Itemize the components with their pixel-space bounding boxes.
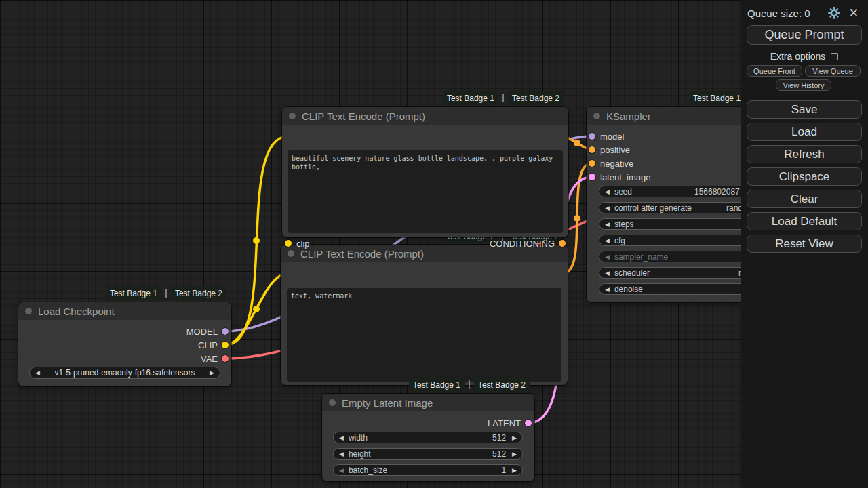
width-widget[interactable]: ◀ width 512 ▶ (333, 432, 523, 443)
load-button[interactable]: Load (747, 123, 862, 141)
control-after-generate-widget[interactable]: ◀ control after generate randomize (599, 202, 764, 214)
wire-dot-cond-2[interactable] (574, 215, 580, 222)
steps-widget[interactable]: ◀ steps (599, 218, 764, 230)
badge-row: Test Badge 1 Test Badge 2 (409, 378, 530, 392)
collapse-dot-icon[interactable] (25, 308, 32, 314)
view-history-button[interactable]: View History (776, 79, 831, 91)
ckpt-name-widget[interactable]: ◀ v1-5-pruned-emaonly-fp16.safetensors ▶ (29, 367, 220, 379)
input-label: clip (296, 238, 310, 249)
arrow-right-icon[interactable]: ▶ (210, 369, 214, 376)
node-title: Empty Latent Image (342, 397, 433, 409)
collapse-dot-icon[interactable] (289, 113, 296, 119)
badge-row: Test Badge 1 (689, 91, 745, 105)
settings-button[interactable] (827, 5, 842, 20)
widget-value: 512 (492, 433, 506, 443)
node-clip-text-encode-positive[interactable]: Test Badge 1 Test Badge 2 CLIP Text Enco… (282, 107, 568, 237)
arrow-left-icon[interactable]: ◀ (605, 188, 610, 195)
node-title: CLIP Text Encode (Prompt) (302, 110, 425, 122)
output-label: MODEL (186, 326, 218, 337)
input-slot-clip[interactable] (285, 240, 292, 247)
output-slot-model[interactable] (222, 328, 229, 335)
arrow-left-icon[interactable]: ◀ (605, 205, 610, 211)
input-slot-latent-image[interactable] (589, 174, 595, 180)
wire-dot-clip-2[interactable] (253, 306, 260, 312)
output-label: LATENT (488, 418, 521, 428)
denoise-widget[interactable]: ◀ denoise (599, 283, 764, 295)
widget-label: denoise (614, 285, 643, 294)
output-label: CONDITIONING (490, 238, 555, 249)
input-slot-model[interactable] (589, 133, 595, 140)
arrow-left-icon[interactable]: ◀ (339, 467, 344, 474)
node-badge: Test Badge 2 (474, 378, 530, 392)
node-badge: Test Badge 2 (171, 286, 226, 300)
input-label: latent_image (600, 171, 650, 182)
output-slot-conditioning[interactable] (559, 240, 566, 247)
node-clip-text-encode-negative[interactable]: Test Badge 1 Test Badge 2 CLIP Text Enco… (281, 245, 568, 385)
prompt-textarea[interactable]: beautiful scenery nature glass bottle la… (288, 150, 563, 233)
arrow-left-icon[interactable]: ◀ (605, 237, 610, 244)
widget-value: 512 (492, 449, 506, 459)
extra-options-checkbox[interactable] (831, 53, 838, 60)
gear-icon (827, 6, 841, 20)
arrow-right-icon[interactable]: ▶ (512, 434, 517, 441)
clipspace-button[interactable]: Clipspace (747, 167, 862, 186)
arrow-right-icon[interactable]: ▶ (512, 467, 517, 474)
input-slot-positive[interactable] (589, 146, 595, 153)
node-badge: Test Badge 1 (443, 91, 498, 105)
close-icon[interactable]: × (846, 5, 861, 20)
badge-separator (165, 289, 167, 298)
node-title-bar[interactable]: Empty Latent Image (322, 394, 534, 411)
node-title: Load Checkpoint (38, 306, 115, 317)
reset-view-button[interactable]: Reset View (747, 235, 862, 253)
extra-options-label: Extra options (770, 51, 826, 62)
save-button[interactable]: Save (747, 100, 862, 119)
badge-row: Test Badge 1 Test Badge 2 (106, 286, 226, 300)
wire-dot-clip-1[interactable] (253, 237, 260, 244)
input-label: negative (600, 158, 633, 169)
arrow-right-icon[interactable]: ▶ (512, 451, 517, 458)
collapse-dot-icon[interactable] (329, 399, 336, 406)
refresh-button[interactable]: Refresh (747, 145, 862, 163)
output-label: VAE (201, 353, 218, 364)
seed-widget[interactable]: ◀ seed 1566802087 (599, 186, 764, 197)
node-badge: Test Badge 1 (409, 378, 465, 392)
node-empty-latent-image[interactable]: Test Badge 1 Test Badge 2 Empty Latent I… (322, 394, 534, 481)
menu-panel: Queue size: 0 × Queue Prompt Extra o (741, 0, 868, 488)
collapse-dot-icon[interactable] (593, 113, 600, 119)
cfg-widget[interactable]: ◀ cfg (599, 235, 764, 246)
widget-label: batch_size (349, 466, 387, 475)
arrow-left-icon[interactable]: ◀ (35, 369, 40, 376)
node-title-bar[interactable]: CLIP Text Encode (Prompt) (282, 107, 568, 125)
arrow-left-icon[interactable]: ◀ (605, 286, 610, 293)
arrow-left-icon[interactable]: ◀ (339, 451, 344, 458)
batch-size-widget[interactable]: ◀ batch_size 1 ▶ (333, 464, 523, 476)
node-load-checkpoint[interactable]: Test Badge 1 Test Badge 2 Load Checkpoin… (18, 302, 231, 386)
arrow-left-icon[interactable]: ◀ (605, 270, 610, 277)
widget-label: cfg (614, 236, 625, 245)
sampler-name-widget[interactable]: ◀ sampler_name (599, 251, 764, 262)
wire-dot-cond-1[interactable] (574, 140, 580, 146)
widget-value: 1 (501, 466, 506, 475)
load-default-button[interactable]: Load Default (747, 212, 862, 230)
arrow-left-icon[interactable]: ◀ (339, 434, 344, 441)
output-slot-latent[interactable] (525, 420, 532, 426)
node-title-bar[interactable]: Load Checkpoint (18, 302, 231, 320)
widget-value: 1566802087 (694, 187, 740, 197)
node-title: CLIP Text Encode (Prompt) (300, 248, 424, 260)
prompt-textarea[interactable]: text, watermark (287, 288, 561, 382)
collapse-dot-icon[interactable] (288, 250, 294, 257)
output-slot-vae[interactable] (222, 355, 229, 362)
arrow-left-icon[interactable]: ◀ (605, 253, 610, 260)
badge-separator (502, 94, 504, 102)
output-slot-clip[interactable] (222, 342, 229, 348)
queue-front-button[interactable]: Queue Front (747, 65, 802, 77)
queue-prompt-button[interactable]: Queue Prompt (747, 25, 862, 45)
clear-button[interactable]: Clear (747, 190, 862, 208)
arrow-left-icon[interactable]: ◀ (605, 221, 610, 228)
scheduler-widget[interactable]: ◀ scheduler normal (599, 267, 764, 279)
input-slot-negative[interactable] (589, 160, 595, 167)
output-label: CLIP (198, 340, 218, 350)
node-badge: Test Badge 2 (508, 91, 564, 105)
view-queue-button[interactable]: View Queue (805, 65, 861, 77)
height-widget[interactable]: ◀ height 512 ▶ (333, 448, 523, 460)
